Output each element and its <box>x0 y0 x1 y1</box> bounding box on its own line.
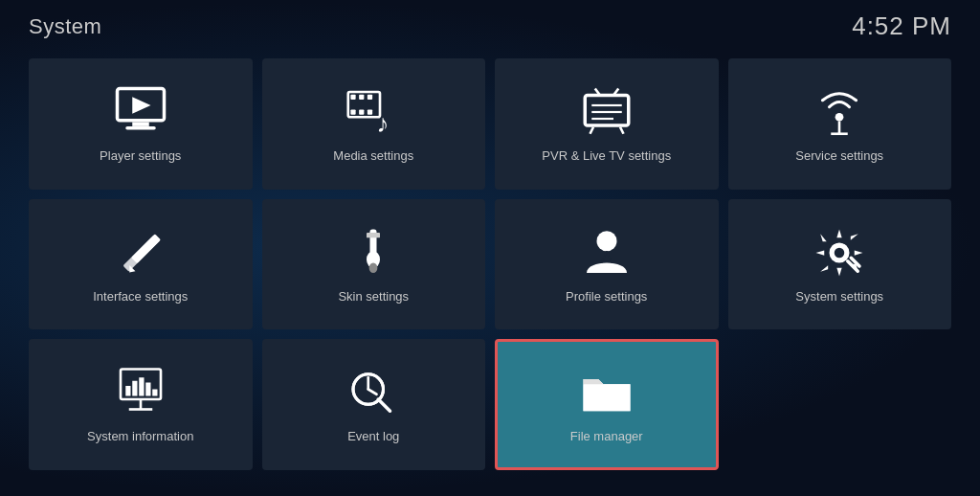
systemsettings-icon <box>813 226 866 280</box>
tile-system-information[interactable]: System information <box>29 339 253 470</box>
tile-pvr-settings[interactable]: PVR & Live TV settings <box>495 58 719 190</box>
interface-icon <box>114 226 167 280</box>
pvr-settings-label: PVR & Live TV settings <box>542 148 671 165</box>
profile-settings-label: Profile settings <box>566 289 647 305</box>
player-icon <box>114 85 167 139</box>
tile-system-settings[interactable]: System settings <box>728 199 952 330</box>
sysinfo-icon <box>114 366 167 419</box>
svg-rect-1 <box>132 122 149 125</box>
svg-rect-43 <box>152 390 157 396</box>
svg-line-32 <box>607 251 612 262</box>
svg-line-31 <box>602 251 607 262</box>
media-settings-label: Media settings <box>333 148 413 165</box>
tile-player-settings[interactable]: Player settings <box>29 58 253 190</box>
svg-rect-29 <box>367 233 380 237</box>
svg-point-33 <box>835 247 845 258</box>
svg-rect-40 <box>132 381 137 396</box>
svg-rect-39 <box>125 386 130 396</box>
svg-rect-12 <box>585 95 629 125</box>
svg-rect-8 <box>351 109 356 114</box>
skin-icon <box>346 226 400 280</box>
eventlog-icon <box>346 366 400 419</box>
tile-media-settings[interactable]: ♪ Media settings <box>262 58 486 190</box>
player-settings-label: Player settings <box>100 148 181 165</box>
system-settings-label: System settings <box>795 289 883 305</box>
svg-rect-7 <box>368 95 372 100</box>
tile-event-log[interactable]: Event log <box>262 339 486 470</box>
svg-rect-2 <box>125 126 156 130</box>
svg-rect-41 <box>139 377 144 395</box>
page-title: System <box>29 14 101 39</box>
tile-profile-settings[interactable]: Profile settings <box>495 199 719 330</box>
service-settings-label: Service settings <box>795 148 883 165</box>
svg-rect-5 <box>351 95 356 100</box>
header: System 4:52 PM <box>29 11 951 41</box>
profile-icon <box>580 226 634 280</box>
svg-rect-42 <box>145 383 150 396</box>
filemanager-icon <box>580 366 634 419</box>
pvr-icon <box>580 85 634 139</box>
event-log-label: Event log <box>347 429 399 445</box>
svg-line-13 <box>590 127 593 134</box>
svg-marker-3 <box>132 97 150 114</box>
tile-interface-settings[interactable]: Interface settings <box>29 199 253 330</box>
service-icon <box>813 85 866 139</box>
svg-rect-25 <box>122 235 159 271</box>
svg-rect-9 <box>359 109 364 114</box>
svg-point-20 <box>835 113 844 122</box>
skin-settings-label: Skin settings <box>338 289 409 305</box>
svg-rect-6 <box>359 95 364 100</box>
media-icon: ♪ <box>346 85 400 139</box>
svg-line-46 <box>368 390 377 395</box>
system-information-label: System information <box>87 429 193 445</box>
svg-line-48 <box>379 399 390 411</box>
tile-file-manager[interactable]: File manager <box>495 339 719 470</box>
page-wrapper: System 4:52 PM Player settings <box>0 0 980 496</box>
clock: 4:52 PM <box>852 11 951 41</box>
tile-skin-settings[interactable]: Skin settings <box>262 199 486 330</box>
tile-service-settings[interactable]: Service settings <box>728 58 952 190</box>
svg-point-30 <box>596 231 616 251</box>
svg-text:♪: ♪ <box>377 109 390 138</box>
svg-line-14 <box>620 127 624 134</box>
file-manager-label: File manager <box>570 429 643 445</box>
svg-rect-10 <box>368 109 372 114</box>
interface-settings-label: Interface settings <box>93 289 188 305</box>
settings-grid: Player settings ♪ Media settings <box>29 58 951 470</box>
svg-point-28 <box>369 262 378 273</box>
